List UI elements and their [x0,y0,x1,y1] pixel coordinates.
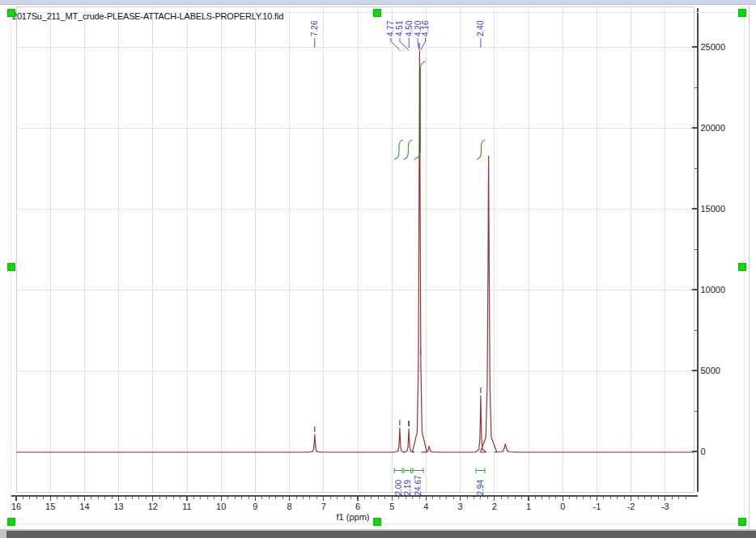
x-axis-tick-label: 12 [148,502,158,511]
x-axis-tick-label: 8 [287,502,292,511]
integral-bracket [476,468,485,474]
integral-value: 2.19 [403,480,412,496]
spectrum-title: 2017Su_211_MT_crude-PLEASE-ATTACH-LABELS… [12,11,283,21]
x-axis-tick-label: -1 [593,502,601,511]
x-axis-tick-label: 15 [45,502,55,511]
x-axis-tick-label: 1 [526,502,531,511]
x-axis-tick-label: 4 [423,502,428,511]
selection-handle-bottom-center[interactable] [373,518,381,526]
x-axis-tick-label: -2 [627,502,635,511]
integral-value: 24.67 [414,475,423,495]
selection-handle-top-center[interactable] [373,9,381,17]
x-axis-tick-label: 0 [560,502,565,511]
x-axis-tick-label: 7 [321,502,326,511]
integral-bracket [413,468,423,474]
x-axis-tick-label: 11 [182,502,191,511]
selection-handle-bottom-right[interactable] [738,518,746,526]
x-axis-tick-label: 2 [492,502,497,511]
peak-label-connector [400,38,409,50]
integral-value: 2.00 [394,480,403,496]
peak-label: 4.51 [395,20,404,36]
nmr-spectrum-canvas[interactable]: 2.002.1924.672.9425000200001500010000500… [0,4,756,530]
peak-label-connector [421,38,426,50]
selection-handle-bottom-left[interactable] [7,518,15,526]
selection-handle-mid-right[interactable] [738,263,746,271]
x-axis-tick-label: 6 [355,502,360,511]
horizontal-scrollbar[interactable] [0,529,756,538]
x-axis-tick-label: 5 [389,502,394,511]
selection-handle-top-right[interactable] [738,9,746,17]
y-axis-tick-label: 5000 [701,366,720,375]
page-right-border [749,4,750,530]
x-axis-tick-label: 10 [216,502,226,511]
x-axis-tick-label: 9 [253,502,257,511]
spectrum-trace [16,51,694,452]
plot-border [16,6,694,492]
peak-label: 7.26 [310,20,319,36]
integral-curve [394,140,403,159]
integral-value: 2.94 [476,480,485,496]
x-axis-tick-label: -3 [661,502,669,511]
peak-label: 4.50 [405,20,414,36]
x-axis-tick-label: 14 [79,502,89,511]
horizontal-scrollbar-thumb[interactable] [6,531,756,538]
x-axis-tick-label: 16 [11,502,21,511]
integral-curve [477,140,486,159]
x-axis-title: f1 (ppm) [337,512,370,522]
y-axis-tick-label: 20000 [701,123,726,133]
y-axis-tick-label: 15000 [701,204,726,214]
integral-bracket [394,468,402,474]
x-axis-tick-label: 3 [458,502,463,511]
y-axis-tick-label: 25000 [701,42,726,52]
selection-handle-mid-left[interactable] [7,263,15,271]
integral-bracket [404,468,411,474]
peak-label: 4.16 [421,20,430,36]
mnova-page: 2.002.1924.672.9425000200001500010000500… [0,0,756,538]
selection-handle-top-left[interactable] [7,9,15,17]
nmr-spectrum-svg: 2.002.1924.672.9425000200001500010000500… [0,4,756,530]
y-axis-tick-label: 0 [701,447,706,456]
x-axis-tick-label: 13 [113,502,123,511]
peak-label: 2.40 [476,20,485,36]
peak-label: 4.77 [386,20,395,36]
integral-curve [403,140,412,159]
y-axis-tick-label: 10000 [701,285,726,294]
